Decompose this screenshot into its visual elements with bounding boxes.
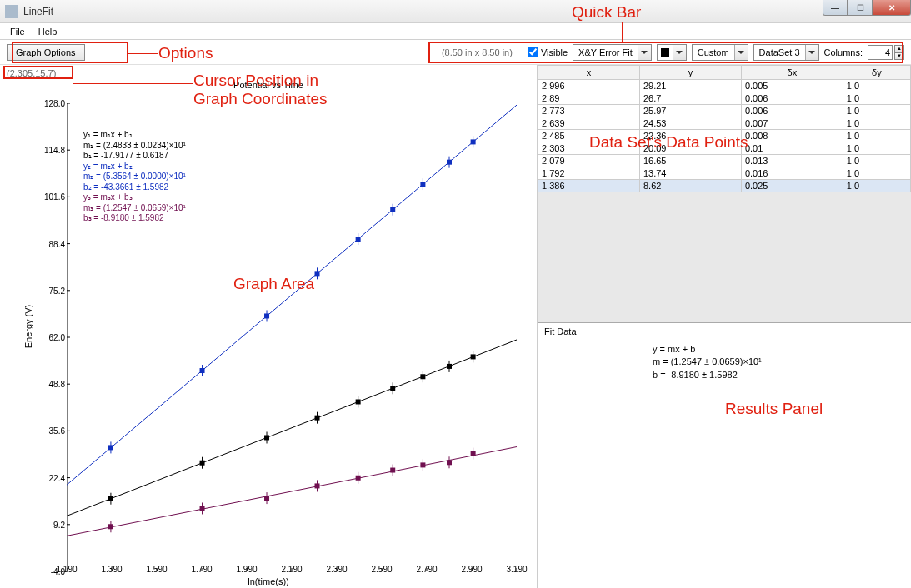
columns-spinner[interactable]: ▲ ▼	[868, 45, 904, 60]
table-cell[interactable]: 24.53	[639, 117, 741, 130]
app-icon	[5, 5, 18, 18]
table-cell[interactable]: 2.079	[538, 155, 640, 167]
table-cell[interactable]: 2.639	[538, 117, 640, 130]
menu-help[interactable]: Help	[32, 25, 64, 38]
canvas-size-label: (8.50 in x 8.50 in)	[442, 47, 513, 57]
table-cell[interactable]: 1.0	[843, 180, 910, 192]
table-cell[interactable]: 0.008	[741, 130, 843, 142]
table-cell[interactable]: 1.0	[843, 105, 910, 117]
table-cell[interactable]: 2.996	[538, 80, 640, 92]
fit-data-header: Fit Data	[544, 326, 904, 336]
table-row[interactable]: 2.48522.360.0081.0	[538, 130, 911, 142]
minimize-button[interactable]: —	[823, 0, 848, 16]
right-pane: xyδxδy 2.99629.210.0051.02.8926.70.0061.…	[538, 65, 911, 588]
table-header[interactable]: y	[639, 66, 741, 80]
table-cell[interactable]: 1.0	[843, 155, 910, 167]
dataset-value: DataSet 3	[754, 47, 805, 57]
fit-data-panel: Fit Data y = mx + b m = (1.2547 ± 0.0659…	[538, 323, 911, 385]
columns-label: Columns:	[824, 47, 863, 57]
table-cell[interactable]: 0.006	[741, 105, 843, 117]
spinner-up-icon[interactable]: ▲	[894, 45, 904, 52]
x-ticks: 1.1901.3901.5901.7901.9902.1902.3902.590…	[67, 565, 517, 575]
legend-s1-m: m₁ = (2.4833 ± 0.0234)×10¹	[83, 141, 186, 152]
table-header[interactable]: x	[538, 66, 640, 80]
table-cell[interactable]: 0.005	[741, 80, 843, 92]
table-cell[interactable]: 16.65	[639, 155, 741, 167]
toolbar: Graph Options (8.50 in x 8.50 in) Visibl…	[0, 40, 911, 65]
titlebar: LineFit — ☐ ✕	[0, 0, 911, 23]
menubar: File Help	[0, 23, 911, 40]
table-cell[interactable]: 2.773	[538, 105, 640, 117]
table-row[interactable]: 1.79213.740.0161.0	[538, 167, 911, 180]
data-table-wrap[interactable]: xyδxδy 2.99629.210.0051.02.8926.70.0061.…	[538, 65, 911, 323]
table-cell[interactable]: 25.97	[639, 105, 741, 117]
graph-title: Potential vs Time	[0, 80, 537, 90]
fit-style-combo[interactable]: Custom	[692, 44, 748, 61]
symbol-combo[interactable]	[657, 44, 687, 61]
chevron-down-icon[interactable]	[734, 45, 748, 60]
table-cell[interactable]: 0.007	[741, 117, 843, 130]
graph-options-button[interactable]: Graph Options	[7, 44, 85, 61]
visible-checkbox-input[interactable]	[528, 47, 538, 57]
visible-label: Visible	[541, 47, 568, 57]
chevron-down-icon[interactable]	[638, 45, 651, 60]
fit-b: b = -8.9180 ± 1.5982	[653, 369, 904, 381]
fit-style-value: Custom	[693, 47, 734, 57]
fit-type-combo[interactable]: X&Y Error Fit	[573, 44, 652, 61]
table-cell[interactable]: 8.62	[639, 180, 741, 192]
legend-s2-m: m₂ = (5.3564 ± 0.0000)×10¹	[83, 172, 186, 182]
table-cell[interactable]: 1.792	[538, 167, 640, 180]
legend-s3-m: m₃ = (1.2547 ± 0.0659)×10¹	[83, 203, 186, 214]
table-cell[interactable]: 22.36	[639, 130, 741, 142]
chevron-down-icon[interactable]	[673, 45, 686, 60]
legend-s2-b: b₂ = -43.3661 ± 1.5982	[83, 182, 186, 193]
table-cell[interactable]: 0.006	[741, 92, 843, 105]
table-cell[interactable]: 1.386	[538, 180, 640, 192]
visible-checkbox[interactable]: Visible	[528, 47, 568, 57]
columns-input[interactable]	[868, 45, 893, 60]
window-title: LineFit	[23, 6, 53, 17]
table-cell[interactable]: 13.74	[639, 167, 741, 180]
legend-s1-eq: y₁ = m₁x + b₁	[83, 130, 186, 141]
table-row[interactable]: 1.3868.620.0251.0	[538, 180, 911, 192]
menu-file[interactable]: File	[3, 25, 32, 38]
table-cell[interactable]: 1.0	[843, 167, 910, 180]
table-cell[interactable]: 2.303	[538, 142, 640, 155]
table-cell[interactable]: 1.0	[843, 80, 910, 92]
chevron-down-icon[interactable]	[805, 45, 818, 60]
table-cell[interactable]: 26.7	[639, 92, 741, 105]
fit-m: m = (1.2547 ± 0.0659)×10¹	[653, 356, 904, 368]
table-cell[interactable]: 0.01	[741, 142, 843, 155]
table-cell[interactable]: 29.21	[639, 80, 741, 92]
table-cell[interactable]: 1.0	[843, 92, 910, 105]
table-cell[interactable]: 1.0	[843, 130, 910, 142]
fit-legend: y₁ = m₁x + b₁ m₁ = (2.4833 ± 0.0234)×10¹…	[83, 130, 186, 224]
legend-s3-b: b₃ = -8.9180 ± 1.5982	[83, 213, 186, 224]
legend-s1-b: b₁ = -17.9177 ± 0.6187	[83, 151, 186, 162]
table-cell[interactable]: 1.0	[843, 142, 910, 155]
table-cell[interactable]: 0.013	[741, 155, 843, 167]
table-cell[interactable]: 0.025	[741, 180, 843, 192]
close-button[interactable]: ✕	[873, 0, 911, 16]
table-cell[interactable]: 2.485	[538, 130, 640, 142]
table-header[interactable]: δy	[843, 66, 910, 80]
symbol-swatch	[661, 48, 669, 57]
table-row[interactable]: 2.63924.530.0071.0	[538, 117, 911, 130]
data-table[interactable]: xyδxδy 2.99629.210.0051.02.8926.70.0061.…	[538, 65, 911, 192]
table-row[interactable]: 2.77325.970.0061.0	[538, 105, 911, 117]
table-cell[interactable]: 2.89	[538, 92, 640, 105]
table-header[interactable]: δx	[741, 66, 843, 80]
spinner-down-icon[interactable]: ▼	[894, 52, 904, 60]
table-row[interactable]: 2.8926.70.0061.0	[538, 92, 911, 105]
graph-pane[interactable]: Potential vs Time Energy (V) -4.09.222.4…	[0, 65, 538, 588]
table-row[interactable]: 2.07916.650.0131.0	[538, 155, 911, 167]
table-cell[interactable]: 1.0	[843, 117, 910, 130]
table-cell[interactable]: 20.09	[639, 142, 741, 155]
table-cell[interactable]: 0.016	[741, 167, 843, 180]
legend-s2-eq: y₂ = m₂x + b₂	[83, 162, 186, 172]
maximize-button[interactable]: ☐	[848, 0, 873, 16]
table-row[interactable]: 2.30320.090.011.0	[538, 142, 911, 155]
fit-type-value: X&Y Error Fit	[573, 47, 638, 57]
dataset-combo[interactable]: DataSet 3	[753, 44, 819, 61]
table-row[interactable]: 2.99629.210.0051.0	[538, 80, 911, 92]
